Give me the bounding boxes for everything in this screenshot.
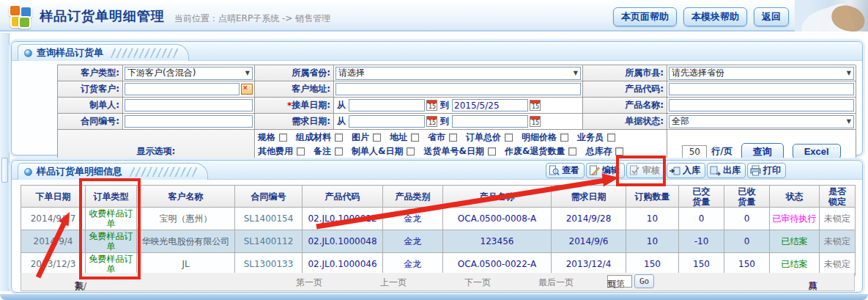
product-name-input[interactable] (669, 99, 854, 111)
customer-address-input[interactable] (335, 83, 581, 95)
col-header: 状态 (770, 186, 820, 208)
display-option: 其他费用 (258, 145, 305, 158)
display-option-checkbox[interactable] (373, 133, 381, 142)
splitter-handle[interactable] (1, 158, 8, 183)
next-page-link[interactable]: 下一页 (464, 277, 491, 289)
calendar-icon[interactable] (530, 116, 541, 127)
display-option-label: 订单总价 (466, 131, 501, 144)
demand-date-to-input[interactable] (452, 115, 528, 128)
dropdown-arrow-icon: ▼ (847, 118, 851, 125)
display-option-label: 组成材料 (296, 131, 331, 144)
display-option: 制单人&日期 (352, 145, 415, 158)
query-form: 客户类型: 下游客户(含混合) ▼ 所属省份: 请选择 ▼ 所属市县: 请先选择… (57, 65, 856, 174)
calendar-icon[interactable] (426, 116, 437, 127)
table-row[interactable]: 2014/9/4 免费样品订单 华映光电股份有限公司 SL1400112 02.… (21, 230, 856, 253)
accept-date-from-input[interactable] (349, 99, 425, 111)
col-header: 需求日期 (552, 186, 626, 208)
handshake-photo (795, 0, 868, 32)
accept-date-from-label: 从 (337, 99, 346, 111)
display-option-label: 省市 (428, 131, 445, 144)
display-option-label: 其他费用 (258, 145, 293, 158)
display-option-checkbox[interactable] (411, 133, 419, 142)
view-button[interactable]: 查看 (546, 163, 585, 178)
accept-date-label: * 接单日期: (255, 98, 334, 114)
stock-out-button[interactable]: 出库 (707, 163, 746, 178)
demand-date-to-label: 到 (440, 115, 449, 128)
prev-page-link[interactable]: 上一页 (380, 277, 407, 289)
audit-button[interactable]: 审核 (626, 163, 665, 178)
demand-date-from-label: 从 (337, 115, 346, 128)
display-option-checkbox[interactable] (279, 133, 287, 142)
back-button[interactable]: 返回 (754, 7, 789, 26)
demand-date-from-input[interactable] (349, 115, 425, 128)
stock-in-icon (669, 165, 680, 176)
city-label: 所属市县: (583, 65, 667, 81)
display-option-label: 图片 (352, 131, 369, 144)
display-option-checkbox[interactable] (335, 133, 343, 142)
display-option-label: 业务员 (577, 131, 604, 144)
print-button[interactable]: 打印 (747, 163, 786, 178)
last-page-link[interactable]: 最后一页 (538, 277, 574, 289)
page-size-input[interactable] (682, 145, 707, 158)
calendar-icon[interactable] (426, 100, 437, 111)
display-option: 业务员 (577, 131, 615, 144)
first-page-link[interactable]: 第一页 (296, 277, 322, 289)
contract-no-input[interactable] (125, 115, 253, 128)
display-option: 地址 (390, 131, 419, 144)
cell-status: 已审待执行 (770, 208, 820, 230)
detail-panel-title: 样品订货单明细信息 (37, 165, 122, 178)
display-option-checkbox[interactable] (568, 147, 576, 156)
search-button[interactable]: 查询 (741, 143, 784, 161)
cell-contract-no: SL1400154 (235, 208, 303, 230)
order-customer-label: 订货客户: (58, 81, 123, 98)
display-option-label: 作废&退货数量 (505, 145, 565, 158)
table-row[interactable]: 2014/9/27 收费样品订单 宝明（惠州） SL1400154 02.JL0… (21, 208, 856, 230)
page-help-button[interactable]: 本页面帮助 (613, 7, 677, 26)
dropdown-arrow-icon: ▼ (245, 70, 250, 76)
order-customer-input[interactable] (125, 83, 240, 95)
panel-bullet-icon (24, 49, 32, 57)
cell-locked: 未锁定 (820, 230, 856, 253)
customer-lookup-icon[interactable] (241, 84, 253, 95)
province-select[interactable]: 请选择 ▼ (335, 67, 581, 80)
display-option: 作废&退货数量 (505, 145, 576, 158)
display-option-checkbox[interactable] (607, 133, 615, 142)
display-option-checkbox[interactable] (449, 133, 457, 142)
city-select[interactable]: 请先选择省份 ▼ (669, 67, 854, 80)
dropdown-arrow-icon: ▼ (847, 70, 851, 76)
cell-contract-no: SL1400112 (235, 230, 303, 253)
stock-in-button[interactable]: 入库 (667, 163, 705, 178)
contract-no-label: 合同编号: (58, 114, 123, 130)
product-code-input[interactable] (669, 83, 854, 95)
display-option-checkbox[interactable] (297, 147, 305, 156)
edit-button[interactable]: 编辑 (586, 163, 625, 178)
calendar-icon[interactable] (530, 100, 541, 111)
go-button[interactable]: Go (634, 274, 654, 288)
display-option-checkbox[interactable] (335, 147, 343, 156)
accept-date-to-input[interactable] (452, 99, 528, 111)
cell-order-date: 2014/9/27 (21, 208, 86, 230)
display-option: 备注 (314, 145, 343, 158)
cell-customer: 华映光电股份有限公司 (137, 230, 235, 253)
customer-type-select[interactable]: 下游客户(含混合) ▼ (125, 67, 253, 80)
table-row[interactable]: 2013/12/3 免费样品订单 JL SL1300133 02.JL0.100… (21, 253, 856, 276)
display-option-label: 备注 (314, 145, 331, 158)
cell-received: 150 (724, 253, 770, 276)
audit-icon (629, 165, 640, 176)
display-option-checkbox[interactable] (488, 147, 496, 156)
module-help-button[interactable]: 本模块帮助 (683, 7, 747, 26)
col-header: 已交货量 (679, 186, 724, 208)
dropdown-arrow-icon: ▼ (574, 70, 578, 76)
province-label: 所属省份: (255, 65, 334, 81)
cell-status: 已结案 (770, 253, 820, 276)
erp-page: 样品订货单明细管理 当前位置：点晴ERP子系统 -> 销售管理 本页面帮助 本模… (0, 0, 868, 300)
doc-status-select[interactable]: 全部 ▼ (669, 115, 854, 128)
col-header: 客户名称 (137, 186, 235, 208)
display-option-checkbox[interactable] (505, 133, 513, 142)
maker-input[interactable] (125, 99, 253, 111)
display-option-checkbox[interactable] (560, 133, 568, 142)
query-panel: 查询样品订货单 客户类型: 下游客户(含混合) ▼ 所属省份: 请选择 ▼ 所属… (11, 41, 863, 156)
display-option-checkbox[interactable] (407, 147, 415, 156)
display-option-label: 制单人&日期 (352, 145, 403, 158)
display-option-checkbox[interactable] (615, 147, 623, 156)
